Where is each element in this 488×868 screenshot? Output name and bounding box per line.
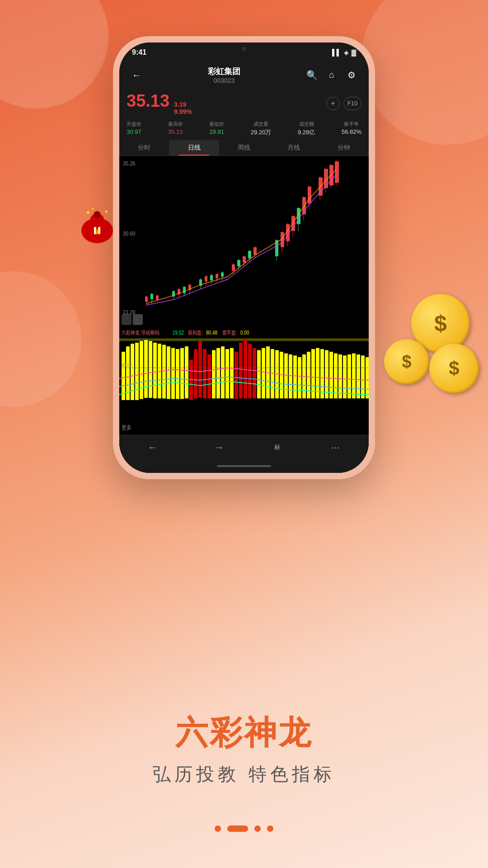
phone-outer-frame: 9:41 ▌▌ ◈ ▓ ← 彩虹集团 003023 xyxy=(113,36,375,479)
stat-amount: 成交额 9.28亿 xyxy=(298,121,315,137)
stat-open: 开盘价 30.97 xyxy=(127,121,141,137)
stat-turnover-value: 56.82% xyxy=(342,128,361,135)
stat-low-value: 28.91 xyxy=(209,128,224,135)
svg-text:六彩神龙 浮动筹码:: 六彩神龙 浮动筹码: xyxy=(122,330,160,335)
svg-rect-93 xyxy=(216,348,220,399)
home-indicator xyxy=(119,459,369,473)
stat-amount-value: 9.28亿 xyxy=(298,128,315,137)
svg-rect-101 xyxy=(253,348,256,399)
svg-rect-130 xyxy=(122,314,131,325)
svg-rect-28 xyxy=(216,274,218,278)
stat-low-label: 最低价 xyxy=(209,121,224,127)
svg-rect-103 xyxy=(262,348,265,399)
tab-minute[interactable]: 分钟 xyxy=(319,140,369,156)
notch-camera xyxy=(242,47,246,51)
price-section: 35.13 3.19 9.99% + F10 xyxy=(119,88,369,119)
svg-rect-131 xyxy=(133,314,143,325)
svg-rect-36 xyxy=(243,256,246,263)
coin-medium-symbol: $ xyxy=(402,352,411,372)
main-price: 35.13 xyxy=(127,91,169,111)
search-icon[interactable]: 🔍 xyxy=(304,70,320,80)
stat-turnover: 换手率 56.82% xyxy=(342,121,361,137)
svg-rect-75 xyxy=(135,343,139,400)
app-header: ← 彩虹集团 003023 🔍 ⌂ ⚙ xyxy=(119,62,369,88)
tab-minute-line[interactable]: 分时 xyxy=(119,140,169,156)
svg-rect-26 xyxy=(210,275,213,280)
svg-rect-96 xyxy=(230,348,234,399)
svg-text:更多: 更多 xyxy=(122,424,131,431)
pagination-dot-2[interactable] xyxy=(227,826,248,832)
svg-rect-78 xyxy=(149,341,152,398)
svg-rect-123 xyxy=(352,354,356,399)
coin-large-symbol: $ xyxy=(434,310,447,336)
svg-rect-24 xyxy=(205,276,207,282)
coin-small-symbol: $ xyxy=(449,358,459,379)
svg-rect-94 xyxy=(221,346,225,398)
svg-rect-121 xyxy=(343,355,347,398)
main-feature-title: 六彩神龙 xyxy=(0,711,488,755)
svg-text:19.52: 19.52 xyxy=(173,330,184,335)
stock-title-block: 彩虹集团 003023 xyxy=(145,66,304,84)
signal-icon: ▌▌ xyxy=(332,49,341,56)
coin-small: $ xyxy=(429,344,479,393)
pagination-dot-3[interactable] xyxy=(254,826,261,832)
back-nav-button[interactable]: ← xyxy=(141,442,164,453)
back-button[interactable]: ← xyxy=(128,70,145,80)
chart-area: 35.26 30.60 21.28 xyxy=(119,156,369,435)
bg-decoration-circle-2 xyxy=(361,0,488,145)
status-time: 9:41 xyxy=(132,48,146,57)
svg-text:获利盘:: 获利盘: xyxy=(188,330,203,335)
f10-button[interactable]: F10 xyxy=(343,97,361,110)
more-nav-button[interactable]: ··· xyxy=(324,442,347,453)
home-icon[interactable]: ⌂ xyxy=(324,70,340,80)
svg-rect-118 xyxy=(329,352,333,398)
stat-turnover-label: 换手率 xyxy=(344,121,359,127)
svg-rect-122 xyxy=(347,354,351,398)
stat-high: 最高价 35.13 xyxy=(168,121,183,137)
svg-rect-54 xyxy=(308,187,311,204)
svg-rect-126 xyxy=(366,357,369,398)
svg-rect-115 xyxy=(316,348,319,399)
tab-weekly[interactable]: 周线 xyxy=(219,140,269,156)
sub-feature-title: 弘历投教 特色指标 xyxy=(0,762,488,787)
tab-daily[interactable]: 日线 xyxy=(169,140,219,156)
svg-rect-12 xyxy=(156,296,159,300)
header-right-icons: 🔍 ⌂ ⚙ xyxy=(304,70,360,80)
coin-medium: $ xyxy=(384,339,429,384)
wifi-icon: ◈ xyxy=(344,49,349,56)
svg-text:50.00: 50.00 xyxy=(122,363,132,368)
lucky-bag-decoration: 福 xyxy=(77,199,117,244)
svg-rect-117 xyxy=(325,350,328,399)
chart-tabs: 分时 日线 周线 月线 分钟 xyxy=(119,140,369,156)
svg-rect-77 xyxy=(144,340,148,398)
svg-rect-111 xyxy=(298,357,301,398)
svg-rect-92 xyxy=(212,350,216,399)
change-pct: 9.99% xyxy=(174,108,192,115)
svg-rect-91 xyxy=(207,354,211,398)
svg-rect-100 xyxy=(248,344,252,398)
stat-low: 最低价 28.91 xyxy=(209,121,224,137)
settings-icon[interactable]: ⚙ xyxy=(343,70,360,80)
phone-mockup: 9:41 ▌▌ ◈ ▓ ← 彩虹集团 003023 xyxy=(113,36,375,479)
mark-button[interactable]: 标 xyxy=(274,443,281,452)
svg-rect-95 xyxy=(225,349,229,398)
pagination-dot-4[interactable] xyxy=(267,826,273,832)
add-button[interactable]: + xyxy=(326,97,340,110)
stat-vol: 成交量 29.20万 xyxy=(251,121,272,137)
svg-rect-62 xyxy=(335,161,339,183)
pagination-dot-1[interactable] xyxy=(215,826,221,832)
svg-rect-86 xyxy=(185,346,188,398)
svg-rect-79 xyxy=(153,343,157,398)
price-info: 35.13 3.19 9.99% xyxy=(127,91,192,115)
forward-nav-button[interactable]: → xyxy=(208,442,230,453)
svg-rect-97 xyxy=(235,352,238,399)
svg-rect-18 xyxy=(183,287,186,293)
svg-text:30.60: 30.60 xyxy=(123,230,136,237)
svg-text:福: 福 xyxy=(94,229,100,235)
tab-monthly[interactable]: 月线 xyxy=(269,140,319,156)
company-name: 彩虹集团 xyxy=(145,66,304,77)
svg-rect-99 xyxy=(244,340,247,399)
svg-rect-109 xyxy=(289,354,292,398)
svg-rect-76 xyxy=(140,341,143,399)
svg-rect-40 xyxy=(253,247,257,255)
